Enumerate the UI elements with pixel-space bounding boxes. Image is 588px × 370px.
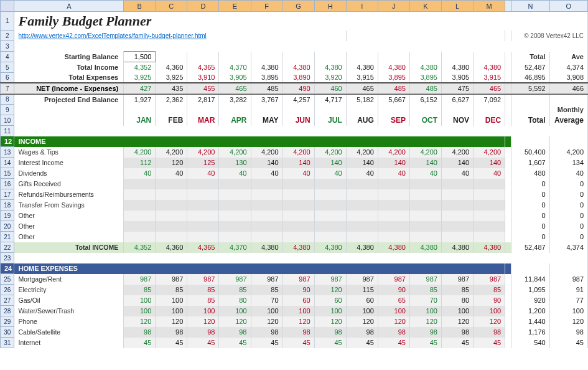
home-cell[interactable]: 60 <box>282 295 314 306</box>
home-cell[interactable]: 120 <box>378 316 409 327</box>
col-header[interactable]: C <box>156 1 187 12</box>
income-cell[interactable] <box>346 232 378 242</box>
col-header[interactable]: G <box>282 1 314 12</box>
home-cell[interactable]: 987 <box>187 274 219 285</box>
income-cell[interactable]: 40 <box>441 168 473 179</box>
summary-cell[interactable]: 4,717 <box>314 94 346 105</box>
summary-cell[interactable]: 3,895 <box>409 73 441 83</box>
row-header[interactable]: 30 <box>1 327 14 338</box>
select-all-corner[interactable] <box>1 1 14 12</box>
summary-cell[interactable]: 3,905 <box>441 73 473 83</box>
income-cell[interactable]: 140 <box>314 158 346 168</box>
home-cell[interactable]: 120 <box>474 316 505 327</box>
col-header[interactable]: O <box>549 1 587 12</box>
row-header[interactable]: 17 <box>1 189 14 200</box>
home-cell[interactable]: 120 <box>219 316 251 327</box>
home-cell[interactable]: 45 <box>124 338 156 348</box>
home-cell[interactable]: 987 <box>378 274 409 285</box>
home-cell[interactable]: 98 <box>409 327 441 338</box>
row-header[interactable]: 28 <box>1 306 14 316</box>
income-cell[interactable] <box>378 200 409 211</box>
home-cell[interactable]: 100 <box>282 306 314 316</box>
home-cell[interactable]: 100 <box>378 306 409 316</box>
row-header[interactable]: 26 <box>1 285 14 295</box>
home-cell[interactable]: 45 <box>282 338 314 348</box>
income-cell[interactable] <box>441 232 473 242</box>
col-header[interactable]: M <box>474 1 505 12</box>
income-cell[interactable] <box>378 211 409 221</box>
summary-cell[interactable]: 3,890 <box>282 73 314 83</box>
home-cell[interactable]: 120 <box>282 316 314 327</box>
income-cell[interactable] <box>441 189 473 200</box>
income-cell[interactable]: 125 <box>187 158 219 168</box>
summary-cell[interactable]: 465 <box>219 83 251 94</box>
row-header[interactable]: 8 <box>1 94 14 105</box>
income-cell[interactable] <box>346 189 378 200</box>
col-header[interactable]: D <box>187 1 219 12</box>
income-cell[interactable]: 40 <box>124 168 156 179</box>
summary-cell[interactable]: 485 <box>251 83 282 94</box>
income-cell[interactable]: 40 <box>474 168 505 179</box>
income-cell[interactable] <box>346 179 378 189</box>
home-cell[interactable]: 45 <box>251 338 282 348</box>
income-cell[interactable] <box>409 200 441 211</box>
home-cell[interactable]: 98 <box>378 327 409 338</box>
summary-cell[interactable]: 6,627 <box>441 94 473 105</box>
home-cell[interactable]: 98 <box>441 327 473 338</box>
col-header[interactable]: E <box>219 1 251 12</box>
row-header[interactable]: 10 <box>1 115 14 126</box>
summary-cell[interactable]: 3,925 <box>156 73 187 83</box>
income-cell[interactable] <box>219 189 251 200</box>
summary-cell[interactable]: 4,380 <box>378 62 409 73</box>
income-cell[interactable] <box>474 189 505 200</box>
summary-cell[interactable]: 3,920 <box>314 73 346 83</box>
income-cell[interactable] <box>124 200 156 211</box>
income-cell[interactable] <box>314 189 346 200</box>
income-cell[interactable]: 4,200 <box>219 147 251 158</box>
home-cell[interactable]: 90 <box>378 285 409 295</box>
summary-cell[interactable]: 3,895 <box>251 73 282 83</box>
home-cell[interactable]: 45 <box>474 338 505 348</box>
income-cell[interactable] <box>219 200 251 211</box>
home-cell[interactable]: 100 <box>314 306 346 316</box>
income-cell[interactable]: 4,200 <box>346 147 378 158</box>
income-cell[interactable]: 4,200 <box>156 147 187 158</box>
home-cell[interactable]: 100 <box>346 306 378 316</box>
home-cell[interactable]: 98 <box>156 327 187 338</box>
home-cell[interactable]: 120 <box>251 316 282 327</box>
income-cell[interactable]: 130 <box>219 158 251 168</box>
row-header[interactable]: 31 <box>1 338 14 348</box>
col-header[interactable]: N <box>511 1 549 12</box>
summary-cell[interactable]: 455 <box>187 83 219 94</box>
income-cell[interactable] <box>156 211 187 221</box>
income-cell[interactable]: 112 <box>124 158 156 168</box>
income-cell[interactable]: 4,200 <box>409 147 441 158</box>
home-cell[interactable]: 98 <box>474 327 505 338</box>
income-cell[interactable] <box>156 221 187 232</box>
income-cell[interactable]: 4,200 <box>282 147 314 158</box>
income-cell[interactable] <box>124 179 156 189</box>
income-cell[interactable] <box>219 232 251 242</box>
home-cell[interactable]: 987 <box>156 274 187 285</box>
income-cell[interactable]: 140 <box>378 158 409 168</box>
income-cell[interactable] <box>346 200 378 211</box>
income-cell[interactable]: 140 <box>346 158 378 168</box>
home-cell[interactable]: 98 <box>124 327 156 338</box>
income-cell[interactable] <box>124 232 156 242</box>
income-cell[interactable]: 4,200 <box>187 147 219 158</box>
income-cell[interactable] <box>441 200 473 211</box>
income-cell[interactable]: 140 <box>441 158 473 168</box>
home-cell[interactable]: 120 <box>314 316 346 327</box>
home-cell[interactable]: 987 <box>219 274 251 285</box>
income-cell[interactable] <box>474 232 505 242</box>
col-header[interactable]: F <box>251 1 282 12</box>
income-cell[interactable]: 40 <box>346 168 378 179</box>
home-cell[interactable]: 115 <box>346 285 378 295</box>
summary-cell[interactable]: 4,380 <box>346 62 378 73</box>
income-cell[interactable] <box>187 200 219 211</box>
summary-cell[interactable]: 4,380 <box>474 62 505 73</box>
home-cell[interactable]: 120 <box>441 316 473 327</box>
home-cell[interactable]: 45 <box>441 338 473 348</box>
row-header[interactable]: 2 <box>1 31 14 41</box>
col-header[interactable]: A <box>14 1 124 12</box>
